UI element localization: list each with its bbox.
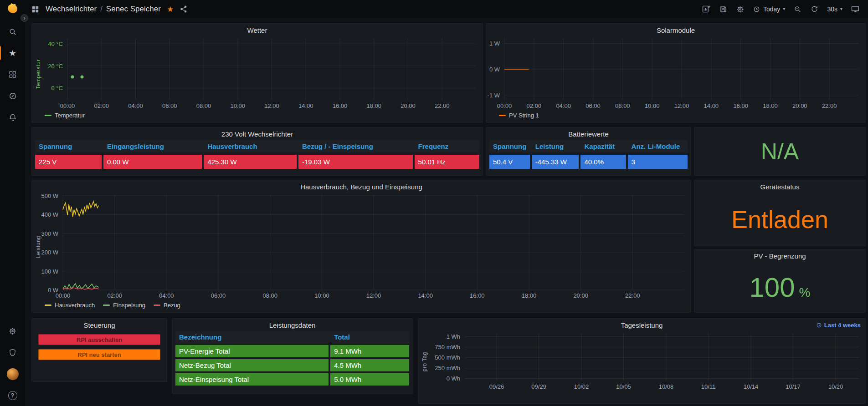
- x-tick-label: 10/05: [616, 383, 631, 390]
- legend-item[interactable]: Bezug: [154, 302, 180, 309]
- column-header[interactable]: Total: [330, 333, 409, 341]
- legend-swatch: [45, 115, 51, 116]
- legend-swatch: [103, 304, 110, 306]
- sidebar-user-profile[interactable]: [0, 363, 25, 385]
- y-tick-label: 0 W: [489, 66, 504, 73]
- y-tick-label: 0 °C: [51, 85, 67, 91]
- y-tick-label: 40 °C: [48, 41, 67, 47]
- help-icon: ?: [8, 391, 17, 400]
- panel-title[interactable]: Steuerung: [32, 319, 167, 331]
- refresh-interval-label: 30s: [827, 5, 837, 13]
- panel-title[interactable]: Leistungsdaten: [172, 319, 412, 331]
- time-override-link[interactable]: Last 4 weeks: [816, 319, 861, 331]
- panel-title[interactable]: PV - Begrenzung: [694, 249, 865, 262]
- kiosk-mode-icon[interactable]: [851, 5, 860, 14]
- add-panel-icon[interactable]: [702, 5, 711, 14]
- y-tick-label: 250 mWh: [435, 365, 465, 371]
- y-tick-label: 300 W: [41, 230, 63, 237]
- y-axis-title: Temperatur: [35, 38, 42, 110]
- refresh-interval-dropdown[interactable]: 30s ▾: [827, 5, 842, 13]
- tagesleistung-plot[interactable]: 0 Wh250 mWh500 mWh750 mWh1 Wh09/2609/291…: [465, 333, 859, 381]
- panel-title[interactable]: Tagesleistung Last 4 weeks: [418, 319, 865, 331]
- column-header[interactable]: Frequenz: [415, 142, 479, 150]
- time-range-picker[interactable]: Today ▾: [753, 5, 785, 13]
- column-header[interactable]: Leistung: [532, 142, 579, 150]
- panel-leistungsdaten: Leistungsdaten Bezeichnung Total PV-Ener…: [172, 318, 413, 394]
- sidebar-starred-dashboards[interactable]: ★: [0, 42, 25, 64]
- sidebar-server-admin[interactable]: [0, 342, 25, 363]
- dashboard-settings-icon[interactable]: [736, 5, 745, 14]
- rpi-restart-button[interactable]: RPI neu starten: [38, 349, 160, 360]
- panel-title[interactable]: Gerätestatus: [694, 180, 865, 193]
- sidebar-search[interactable]: [0, 21, 25, 42]
- pv-limit-number: 100: [749, 272, 795, 303]
- panel-solarmodule: Solarmodule -1 W0 W1 W00:0002:0004:0006:…: [486, 23, 866, 123]
- x-tick-label: 10:00: [314, 292, 329, 299]
- wetter-plot[interactable]: 0 °C20 °C40 °C00:0002:0004:0006:0008:001…: [67, 38, 476, 100]
- x-tick-label: 04:00: [128, 102, 143, 109]
- y-tick-label: -1 W: [488, 91, 504, 98]
- panel-title[interactable]: Wetter: [32, 24, 483, 36]
- save-dashboard-icon[interactable]: [719, 5, 728, 14]
- caret-down-icon: ▾: [783, 7, 785, 11]
- column-header[interactable]: Spannung: [489, 142, 530, 150]
- legend-item[interactable]: Einspeisung: [103, 302, 145, 309]
- legend-label: Einspeisung: [113, 302, 145, 309]
- x-tick-label: 20:00: [573, 292, 588, 299]
- column-header[interactable]: Eingangsleistung: [103, 142, 202, 150]
- favorite-star-icon[interactable]: ★: [167, 5, 174, 13]
- breadcrumb-folder[interactable]: Wechselrichter: [46, 5, 97, 14]
- table-header-row: Bezeichnung Total: [175, 331, 409, 343]
- x-tick-label: 22:00: [822, 102, 837, 109]
- column-header[interactable]: Bezug / - Einspeisung: [298, 142, 413, 150]
- column-header[interactable]: Hausverbrauch: [204, 142, 297, 150]
- column-header[interactable]: Spannung: [35, 142, 102, 150]
- x-tick-label: 10/14: [744, 383, 759, 390]
- legend-item[interactable]: PV String 1: [499, 112, 539, 119]
- sidebar-dashboards[interactable]: [0, 64, 25, 85]
- sidebar-explore[interactable]: [0, 85, 25, 107]
- table-row: Netz-Einspeisung Total 5.0 MWh: [175, 373, 409, 386]
- x-tick-label: 10:00: [230, 102, 245, 109]
- x-tick-label: 12:00: [674, 102, 689, 109]
- panel-title[interactable]: Batteriewerte: [486, 127, 691, 140]
- x-tick-label: 08:00: [196, 102, 211, 109]
- x-tick-label: 02:00: [527, 102, 542, 109]
- zoom-out-icon[interactable]: [793, 5, 802, 14]
- refresh-icon[interactable]: [810, 5, 819, 14]
- panel-tagesleistung: Tagesleistung Last 4 weeks pro Tag 0 Wh2…: [418, 318, 866, 404]
- solarmodule-plot[interactable]: -1 W0 W1 W00:0002:0004:0006:0008:0010:00…: [504, 38, 859, 100]
- legend: Temperatur: [32, 111, 483, 122]
- hausverbrauch-plot[interactable]: 0 W100 W200 W300 W400 W500 W00:0002:0004…: [63, 195, 684, 290]
- x-tick-label: 08:00: [615, 102, 630, 109]
- sidebar-help[interactable]: ?: [0, 385, 25, 406]
- share-icon[interactable]: [180, 5, 188, 13]
- grafana-logo-icon[interactable]: [6, 3, 19, 15]
- x-tick-label: 10/11: [701, 383, 716, 390]
- x-tick-label: 16:00: [333, 102, 348, 109]
- dashboard-grid-icon[interactable]: [31, 5, 40, 14]
- panel-na-value: N/A: [694, 127, 866, 176]
- table-cell: 4.5 MWh: [330, 359, 409, 371]
- breadcrumb-dashboard[interactable]: Senec Speicher: [106, 5, 161, 14]
- x-tick-label: 10:00: [645, 102, 660, 109]
- sidebar-alerting[interactable]: [0, 107, 25, 128]
- legend-swatch: [499, 115, 506, 116]
- sidebar-expand-toggle[interactable]: ›: [21, 14, 28, 22]
- column-header[interactable]: Anz. Li-Module: [628, 142, 688, 150]
- dashboards-grid-icon: [8, 70, 17, 79]
- panel-230v-wechselrichter: 230 Volt Wechselrichter Spannung Eingang…: [31, 127, 483, 176]
- rpi-shutdown-button[interactable]: RPI ausschalten: [38, 334, 160, 345]
- column-header[interactable]: Kapazität: [580, 142, 626, 150]
- panel-steuerung: Steuerung RPI ausschalten RPI neu starte…: [31, 318, 167, 382]
- legend-item[interactable]: Hausverbrauch: [45, 302, 95, 309]
- sidebar-configuration[interactable]: [0, 320, 25, 342]
- panel-title[interactable]: Solarmodule: [486, 24, 865, 36]
- star-icon: ★: [9, 49, 16, 57]
- panel-title[interactable]: Hausverbrauch, Bezug und Einspeisung: [32, 180, 691, 193]
- panel-title[interactable]: 230 Volt Wechselrichter: [32, 127, 483, 140]
- legend-item[interactable]: Temperatur: [45, 112, 85, 119]
- column-header[interactable]: Bezeichnung: [175, 333, 329, 341]
- table-cell: 50.01 Hz: [415, 155, 479, 169]
- y-tick-label: 100 W: [41, 268, 63, 274]
